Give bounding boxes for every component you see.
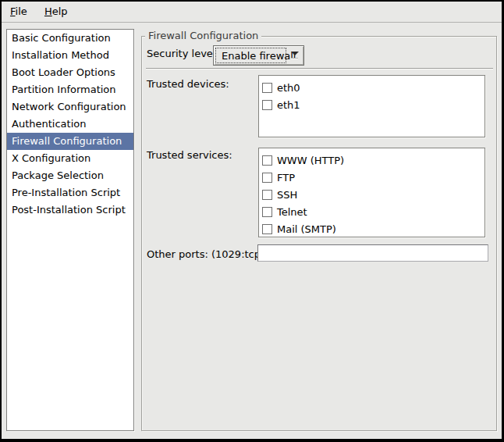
menu-help[interactable]: Help — [37, 2, 75, 22]
sidebar-item-pre-installation-script[interactable]: Pre-Installation Script — [7, 184, 133, 201]
security-level-dropdown[interactable]: Enable firewall — [213, 45, 304, 66]
list-item: Mail (SMTP) — [259, 220, 484, 237]
list-item: SSH — [259, 186, 484, 203]
eth1-label: eth1 — [277, 99, 300, 111]
menu-file[interactable]: File — [3, 2, 34, 22]
security-level-label: Security level: — [147, 47, 219, 60]
menu-help-rest: elp — [52, 5, 68, 17]
sidebar-item-x-configuration[interactable]: X Configuration — [7, 150, 133, 167]
www-http-label: WWW (HTTP) — [277, 155, 344, 166]
www-http-checkbox[interactable] — [262, 155, 272, 166]
sidebar-item-firewall-configuration[interactable]: Firewall Configuration — [7, 133, 133, 150]
window-content: File Help Basic Configuration Installati… — [2, 2, 502, 439]
mail-smtp-label: Mail (SMTP) — [277, 223, 336, 235]
ssh-label: SSH — [277, 189, 297, 201]
sidebar-item-partition-information[interactable]: Partition Information — [7, 81, 133, 98]
sidebar-item-installation-method[interactable]: Installation Method — [7, 47, 133, 64]
mail-smtp-checkbox[interactable] — [262, 224, 272, 234]
list-item: WWW (HTTP) — [259, 151, 484, 169]
ftp-checkbox[interactable] — [262, 173, 272, 183]
security-level-value: Enable firewall — [216, 50, 296, 62]
list-item: FTP — [259, 169, 484, 186]
list-item: eth1 — [259, 96, 484, 113]
app-window: File Help Basic Configuration Installati… — [0, 0, 504, 442]
telnet-checkbox[interactable] — [262, 207, 272, 217]
ftp-label: FTP — [277, 172, 295, 184]
other-ports-input[interactable] — [257, 244, 488, 262]
trusted-devices-label: Trusted devices: — [147, 77, 229, 91]
sidebar-item-post-installation-script[interactable]: Post-Installation Script — [7, 201, 133, 219]
eth0-checkbox[interactable] — [262, 83, 272, 93]
sidebar-item-network-configuration[interactable]: Network Configuration — [7, 98, 133, 116]
sidebar-item-basic-configuration[interactable]: Basic Configuration — [7, 30, 133, 47]
dropdown-arrow-icon — [287, 48, 302, 63]
list-item: eth0 — [259, 79, 484, 96]
trusted-services-label: Trusted services: — [147, 148, 232, 162]
list-item: Telnet — [259, 203, 484, 220]
telnet-label: Telnet — [277, 206, 307, 218]
horizontal-separator — [146, 68, 493, 70]
menu-help-accel: H — [44, 5, 52, 17]
firewall-configuration-frame: Firewall Configuration Security level: E… — [141, 36, 497, 431]
ssh-checkbox[interactable] — [262, 190, 272, 200]
arrow-down-glyph — [291, 52, 299, 55]
other-ports-label: Other ports: (1029:tcp) — [147, 248, 264, 261]
arrow-bar-glyph — [291, 58, 298, 59]
trusted-services-list: WWW (HTTP) FTP SSH Telnet Mail (SMTP) — [258, 148, 485, 237]
eth1-checkbox[interactable] — [262, 100, 272, 110]
sidebar-item-package-selection[interactable]: Package Selection — [7, 167, 133, 184]
trusted-devices-list: eth0 eth1 — [258, 75, 485, 137]
menu-bar: File Help — [2, 2, 502, 23]
sidebar-item-authentication[interactable]: Authentication — [7, 116, 133, 133]
frame-title: Firewall Configuration — [145, 30, 261, 42]
sidebar-item-boot-loader-options[interactable]: Boot Loader Options — [7, 64, 133, 81]
category-list: Basic Configuration Installation Method … — [6, 29, 134, 431]
eth0-label: eth0 — [277, 82, 300, 94]
security-level-dropdown-focus: Enable firewall — [215, 48, 286, 63]
menu-file-rest: ile — [16, 5, 27, 17]
